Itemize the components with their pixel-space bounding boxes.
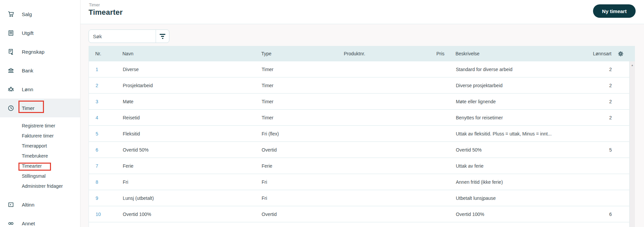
clock-icon <box>7 105 14 112</box>
table-row[interactable]: 1 Diverse Timer Standard for diverse arb… <box>89 61 629 77</box>
table-row[interactable]: 5 Fleksitid Fri (flex) Uttak av fleksiti… <box>89 126 629 142</box>
sidebar-item-label: Salg <box>22 11 32 17</box>
table-row[interactable]: 8 Fri Fri Annen fritid (ikke ferie) <box>89 174 629 190</box>
submenu-item-fakturere-timer[interactable]: Fakturere timer <box>0 131 80 141</box>
submenu-item-timearter[interactable]: Timearter <box>0 161 80 171</box>
row-number-link[interactable]: 1 <box>96 67 98 72</box>
filter-button[interactable] <box>156 30 169 43</box>
table-row[interactable]: 9 Lunsj (utbetalt) Fri Utbetalt lunsjpau… <box>89 190 629 206</box>
row-number-link[interactable]: 7 <box>96 163 98 169</box>
sidebar-item-timer[interactable]: Timer <box>0 99 80 117</box>
cell-beskrivelse: Annen fritid (ikke ferie) <box>445 179 581 185</box>
cell-navn: Fleksitid <box>123 131 262 136</box>
main-content: Timer Timearter Ny timeart Nr. Navn Type… <box>80 0 644 227</box>
cell-type: Timer <box>262 115 344 120</box>
search-input[interactable] <box>89 30 156 43</box>
sidebar-item-altinn[interactable]: Altinn <box>0 195 80 214</box>
cell-beskrivelse: Overtid 50% <box>445 147 581 153</box>
row-number-link[interactable]: 10 <box>96 212 101 217</box>
cell-lonnsart: 2 <box>581 67 612 72</box>
cart-icon <box>7 11 14 18</box>
new-timeart-button[interactable]: Ny timeart <box>593 4 636 18</box>
timer-submenu: Registrere timer Fakturere timer Timerap… <box>0 117 80 191</box>
timearter-table: Nr. Navn Type Produktnr. Pris Beskrivels… <box>89 46 635 227</box>
column-header-produktnr[interactable]: Produktnr. <box>344 51 404 56</box>
cell-lonnsart: 5 <box>581 147 612 153</box>
receipt-icon <box>7 30 14 37</box>
table-row[interactable]: 6 Overtid 50% Overtid Overtid 50% 5 <box>89 142 629 158</box>
row-number-link[interactable]: 4 <box>96 115 98 120</box>
page-header: Timer Timearter Ny timeart <box>80 0 644 24</box>
column-header-navn[interactable]: Navn <box>122 51 261 56</box>
cell-type: Timer <box>262 99 344 104</box>
page-title: Timearter <box>89 8 123 17</box>
cell-navn: Overtid 50% <box>123 147 262 153</box>
sidebar-item-label: Timer <box>22 105 35 111</box>
row-number-link[interactable]: 3 <box>96 99 98 104</box>
sidebar-item-label: Utgift <box>22 30 34 36</box>
sidebar-item-label: Annet <box>22 221 35 226</box>
row-number-link[interactable]: 8 <box>96 179 98 185</box>
sidebar-item-label: Lønn <box>22 87 33 92</box>
row-number-link[interactable]: 9 <box>96 195 98 201</box>
scrollbar-up-arrow[interactable]: ▲ <box>630 61 635 67</box>
table-row[interactable]: 3 Møte Timer Møte eller lignende 2 <box>89 94 629 110</box>
column-header-type[interactable]: Type <box>261 51 344 56</box>
cell-type: Overtid <box>262 147 344 153</box>
sidebar-item-annet[interactable]: Annet <box>0 214 80 227</box>
cell-beskrivelse: Benyttes for reisetimer <box>445 115 581 120</box>
column-header-nr[interactable]: Nr. <box>89 51 122 56</box>
cell-lonnsart: 2 <box>581 83 612 88</box>
cell-lonnsart: 2 <box>581 99 612 104</box>
cell-beskrivelse: Uttak av fleksitid. Pluss = uttak, Minus… <box>445 131 581 136</box>
cell-type: Fri <box>262 179 344 185</box>
sidebar-item-lonn[interactable]: Lønn <box>0 80 80 99</box>
cell-beskrivelse: Standard for diverse arbeid <box>445 67 581 72</box>
cell-type: Ferie <box>262 163 344 169</box>
column-header-beskrivelse[interactable]: Beskrivelse <box>444 51 581 56</box>
cell-lonnsart: 6 <box>581 212 612 217</box>
sidebar-item-bank[interactable]: Bank <box>0 61 80 80</box>
table-row[interactable]: 2 Prosjektarbeid Timer Diverse prosjekta… <box>89 77 629 94</box>
row-number-link[interactable]: 2 <box>96 83 98 88</box>
submenu-item-administrer-fridager[interactable]: Administrer fridager <box>0 181 80 191</box>
cell-navn: Lunsj (utbetalt) <box>123 195 262 201</box>
cell-navn: Møte <box>123 99 262 104</box>
sidebar-item-utgift[interactable]: Utgift <box>0 23 80 42</box>
cell-navn: Reisetid <box>123 115 262 120</box>
cell-navn: Fri <box>123 179 262 185</box>
row-number-link[interactable]: 6 <box>96 147 98 153</box>
table-row[interactable]: 10 Overtid 100% Overtid Overtid 100% 6 <box>89 206 629 222</box>
sidebar: Salg Utgift Re <box>0 0 80 227</box>
sidebar-item-label: Bank <box>22 68 33 73</box>
infinity-icon <box>7 220 14 227</box>
table-header-row: Nr. Navn Type Produktnr. Pris Beskrivels… <box>89 46 635 61</box>
cell-type: Timer <box>262 83 344 88</box>
cell-type: Fri <box>262 195 344 201</box>
cell-navn: Overtid 100% <box>123 212 262 217</box>
breadcrumb: Timer <box>89 2 100 7</box>
ledger-icon <box>7 48 14 55</box>
search-box <box>89 30 169 43</box>
people-icon <box>7 86 14 93</box>
bank-icon <box>7 67 14 74</box>
submenu-item-registrere-timer[interactable]: Registrere timer <box>0 121 80 131</box>
table-scrollbar[interactable]: ▲ <box>630 61 635 227</box>
cell-navn: Diverse <box>123 67 262 72</box>
submenu-item-stillingsmal[interactable]: Stillingsmal <box>0 171 80 181</box>
sidebar-item-salg[interactable]: Salg <box>0 5 80 23</box>
sidebar-item-regnskap[interactable]: Regnskap <box>0 42 80 61</box>
row-number-link[interactable]: 5 <box>96 131 98 136</box>
cell-beskrivelse: Uttak av ferie <box>445 163 581 169</box>
submenu-item-timebrukere[interactable]: Timebrukere <box>0 151 80 161</box>
table-row[interactable]: 7 Ferie Ferie Uttak av ferie <box>89 158 629 174</box>
column-header-pris[interactable]: Pris <box>404 51 444 56</box>
submenu-item-timerapport[interactable]: Timerapport <box>0 141 80 151</box>
cell-beskrivelse: Overtid 100% <box>445 212 581 217</box>
gear-icon[interactable] <box>618 51 624 57</box>
content-area: Nr. Navn Type Produktnr. Pris Beskrivels… <box>80 24 644 227</box>
cell-type: Overtid <box>262 212 344 217</box>
column-header-lonnsart[interactable]: Lønnsart <box>581 51 611 56</box>
table-row[interactable]: 4 Reisetid Timer Benyttes for reisetimer… <box>89 110 629 126</box>
cell-type: Fri (flex) <box>262 131 344 136</box>
